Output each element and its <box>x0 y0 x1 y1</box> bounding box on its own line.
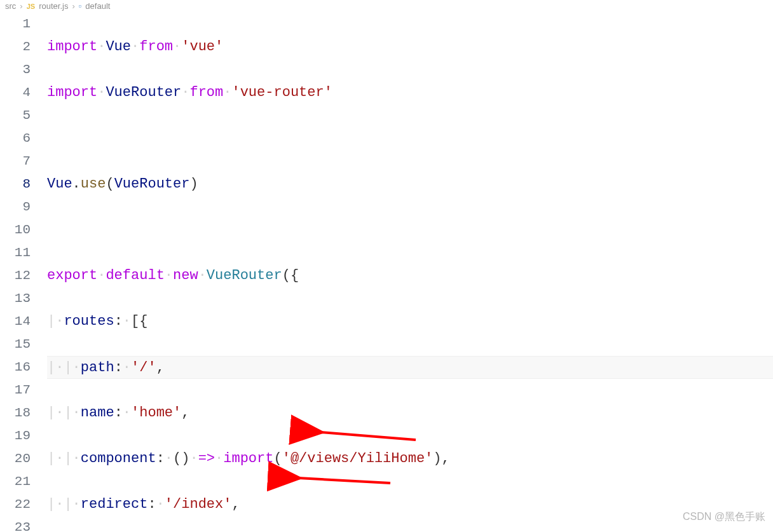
code-editor[interactable]: 1 2 3 4 5 6 7 8 9 10 11 12 13 14 15 16 1… <box>0 13 773 532</box>
line-number: 23 <box>0 516 31 532</box>
line-number: 8 <box>0 173 31 196</box>
line-number: 9 <box>0 196 31 219</box>
line-number-gutter: 1 2 3 4 5 6 7 8 9 10 11 12 13 14 15 16 1… <box>0 13 47 532</box>
line-number: 6 <box>0 127 31 150</box>
line-number: 12 <box>0 264 31 287</box>
line-number: 19 <box>0 425 31 447</box>
line-number: 13 <box>0 287 31 310</box>
arrow-icon <box>320 432 416 440</box>
code-line[interactable]: |·routes:·[{ <box>47 310 773 333</box>
code-line[interactable]: export·default·new·VueRouter({ <box>47 264 773 287</box>
code-line[interactable]: |·|·name:·'home', <box>47 402 773 425</box>
line-number: 3 <box>0 58 31 81</box>
line-number: 5 <box>0 104 31 127</box>
line-number: 11 <box>0 242 31 264</box>
line-number: 17 <box>0 379 31 402</box>
breadcrumbs: src › JS router.js › ▫ default <box>0 0 773 13</box>
code-line[interactable]: |·|·path:·'/', <box>47 356 773 379</box>
code-line[interactable]: |·|·component:·()·=>·import('@/views/Yil… <box>47 447 773 470</box>
line-number: 18 <box>0 402 31 425</box>
arrow-icon <box>298 478 390 483</box>
line-number: 20 <box>0 447 31 470</box>
line-number: 15 <box>0 333 31 356</box>
code-line[interactable]: import·VueRouter·from·'vue-router' <box>47 81 773 104</box>
line-number: 10 <box>0 219 31 242</box>
line-number: 7 <box>0 150 31 173</box>
line-number: 1 <box>0 13 31 36</box>
line-number: 14 <box>0 310 31 333</box>
line-number: 21 <box>0 470 31 493</box>
line-number: 22 <box>0 493 31 516</box>
code-area[interactable]: import·Vue·from·'vue' import·VueRouter·f… <box>47 13 773 532</box>
line-number: 4 <box>0 81 31 104</box>
line-number: 16 <box>0 356 31 379</box>
line-number: 2 <box>0 36 31 58</box>
code-line[interactable]: |·|·redirect:·'/index', <box>47 493 773 516</box>
code-line[interactable] <box>47 127 773 150</box>
code-line[interactable]: Vue.use(VueRouter) <box>47 173 773 196</box>
code-line[interactable]: import·Vue·from·'vue' <box>47 36 773 58</box>
code-line[interactable] <box>47 219 773 242</box>
